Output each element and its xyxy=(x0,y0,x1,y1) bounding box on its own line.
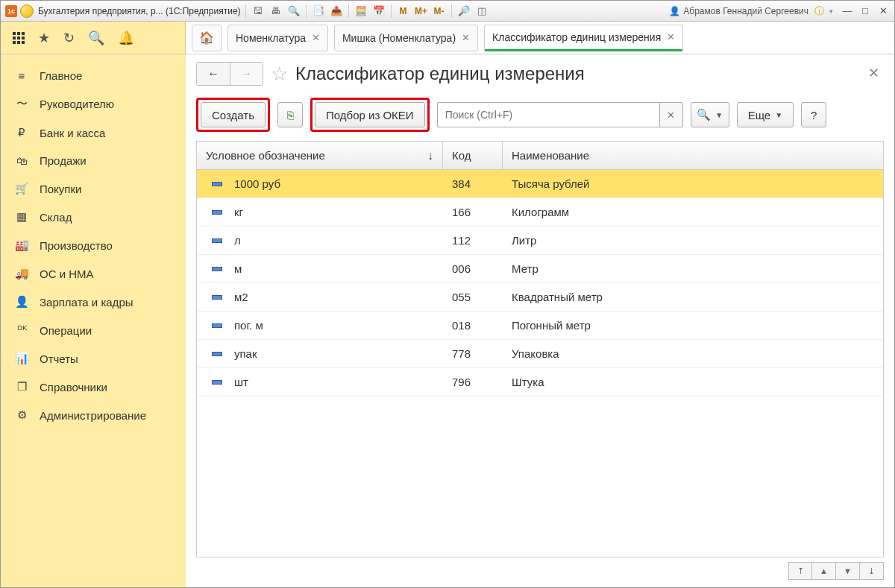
search-wrap: ✕ xyxy=(437,102,683,127)
sidebar-item[interactable]: 📊Отчеты xyxy=(1,344,186,373)
memory-mplus-button[interactable]: M+ xyxy=(414,4,429,19)
nav-group: ← → xyxy=(196,62,263,86)
sidebar-item-label: Руководителю xyxy=(40,98,114,110)
body: ≡Главное〜Руководителю₽Банк и касса🛍Прода… xyxy=(1,54,894,587)
sidebar-item-label: Администрирование xyxy=(40,409,146,422)
search-dropdown-button[interactable]: 🔍 ▼ xyxy=(691,102,729,127)
nav-back-button[interactable]: ← xyxy=(197,63,230,85)
cell-name: Метр xyxy=(512,262,538,275)
zoom-icon[interactable]: 🔎 xyxy=(456,4,471,19)
close-icon[interactable]: ✕ xyxy=(462,32,470,43)
cell-name: Штука xyxy=(512,376,544,388)
scroll-down-button[interactable]: ▼ xyxy=(836,562,860,580)
sidebar-item[interactable]: 🛍Продажи xyxy=(1,147,186,174)
sidebar-item[interactable]: 👤Зарплата и кадры xyxy=(1,288,186,316)
cell-name: Квадратный метр xyxy=(512,291,603,303)
calculator-icon[interactable]: 🧮 xyxy=(354,4,368,19)
col-symbol-header[interactable]: Условное обозначение ↓ xyxy=(197,142,443,169)
nav-forward-button[interactable]: → xyxy=(230,63,263,85)
app-logo-icon: 1c xyxy=(5,5,17,17)
table-row[interactable]: м2055Квадратный метр xyxy=(197,283,883,312)
tab-mishka[interactable]: Мишка (Номенклатура) ✕ xyxy=(334,25,478,51)
favorites-icon[interactable]: ★ xyxy=(38,30,50,46)
sidebar-item[interactable]: ⚙Администрирование xyxy=(1,401,186,429)
table-row[interactable]: л112Литр xyxy=(197,227,883,255)
sidebar-item[interactable]: 🛒Покупки xyxy=(1,174,186,203)
titlebar-menu-button[interactable] xyxy=(20,4,34,18)
table-row[interactable]: шт796Штука xyxy=(197,368,883,396)
sidebar-item-icon: 👤 xyxy=(14,295,29,309)
sidebar-item-icon: 🚚 xyxy=(14,267,29,280)
sidebar-item-icon: ❐ xyxy=(14,380,29,393)
titlebar: 1c Бухгалтерия предприятия, р... (1С:Пре… xyxy=(1,1,894,22)
scroll-top-button[interactable]: ⤒ xyxy=(788,562,812,580)
sidebar-item[interactable]: ▦Склад xyxy=(1,203,186,231)
close-window-button[interactable]: ✕ xyxy=(876,5,890,17)
toolbar: Создать ⎘ Подбор из ОКЕИ ✕ 🔍 ▼ Еще ▼ xyxy=(196,98,884,132)
history-icon[interactable]: ↻ xyxy=(63,30,75,46)
compare-icon[interactable]: 📑 xyxy=(311,4,326,19)
apps-grid-icon[interactable] xyxy=(13,32,25,44)
export-icon[interactable]: 📤 xyxy=(329,4,344,19)
table-row[interactable]: м006Метр xyxy=(197,255,883,283)
table-row[interactable]: упак778Упаковка xyxy=(197,340,883,368)
tabs-area: 🏠 Номенклатура ✕ Мишка (Номенклатура) ✕ … xyxy=(186,22,894,54)
close-page-button[interactable]: ✕ xyxy=(868,65,879,81)
table: Условное обозначение ↓ Код Наименование … xyxy=(196,141,884,557)
row-marker-icon xyxy=(212,238,222,243)
close-icon[interactable]: ✕ xyxy=(667,31,675,42)
sidebar-item[interactable]: 🚚ОС и НМА xyxy=(1,259,186,288)
sidebar-item-label: Справочники xyxy=(40,381,107,393)
create-copy-button[interactable]: ⎘ xyxy=(277,102,303,127)
memory-mminus-button[interactable]: M- xyxy=(432,4,447,19)
col-name-header[interactable]: Наименование xyxy=(503,142,883,169)
search-clear-button[interactable]: ✕ xyxy=(659,102,683,127)
preview-icon[interactable]: 🔍 xyxy=(286,4,301,19)
favorite-star-icon[interactable]: ☆ xyxy=(271,63,288,86)
sidebar-item-icon: 〜 xyxy=(14,97,29,111)
highlight-create: Создать xyxy=(196,98,270,132)
okei-button[interactable]: Подбор из ОКЕИ xyxy=(315,102,425,127)
search-icon[interactable]: 🔍 xyxy=(88,30,104,46)
create-button[interactable]: Создать xyxy=(201,102,266,127)
sidebar-item[interactable]: ≡Главное xyxy=(1,62,186,89)
panels-icon[interactable]: ◫ xyxy=(474,4,489,19)
scroll-bottom-button[interactable]: ⤓ xyxy=(860,562,884,580)
table-row[interactable]: кг166Килограмм xyxy=(197,198,883,227)
sidebar-item-label: Покупки xyxy=(40,183,81,195)
sidebar-item[interactable]: 〜Руководителю xyxy=(1,89,186,118)
home-button[interactable]: 🏠 xyxy=(192,25,222,51)
memory-m-button[interactable]: M xyxy=(396,4,411,19)
info-icon[interactable]: ⓘ xyxy=(811,4,826,19)
table-row[interactable]: пог. м018Погонный метр xyxy=(197,312,883,340)
scroll-up-button[interactable]: ▲ xyxy=(812,562,836,580)
save-icon[interactable]: 🖫 xyxy=(251,4,266,19)
sidebar-item-icon: 🛍 xyxy=(14,154,29,167)
row-marker-icon xyxy=(212,380,222,385)
sidebar-item[interactable]: ❐Справочники xyxy=(1,373,186,401)
calendar-icon[interactable]: 📅 xyxy=(371,4,386,19)
maximize-button[interactable]: □ xyxy=(858,5,872,17)
sidebar-item[interactable]: 🏭Производство xyxy=(1,231,186,259)
content-header: ← → ☆ Классификатор единиц измерения xyxy=(196,62,884,86)
table-row[interactable]: 1000 руб384Тысяча рублей xyxy=(197,170,883,198)
user-area[interactable]: 👤 Абрамов Геннадий Сергеевич ⓘ ▾ xyxy=(669,4,833,19)
sidebar-item-label: ОС и НМА xyxy=(40,268,94,280)
help-button[interactable]: ? xyxy=(801,102,826,127)
sidebar-item-icon: 🛒 xyxy=(14,182,29,195)
tab-classifier[interactable]: Классификатор единиц измерения ✕ xyxy=(484,25,683,51)
more-button[interactable]: Еще ▼ xyxy=(737,102,794,127)
cell-code: 018 xyxy=(452,319,471,332)
tab-nomenklatura[interactable]: Номенклатура ✕ xyxy=(227,25,328,51)
notifications-icon[interactable]: 🔔 xyxy=(118,30,134,46)
sidebar-item[interactable]: ₽Банк и касса xyxy=(1,118,186,147)
print-icon[interactable]: 🖶 xyxy=(268,4,283,19)
magnifier-icon: 🔍 xyxy=(697,108,711,121)
cell-symbol: пог. м xyxy=(234,319,263,332)
col-code-header[interactable]: Код xyxy=(443,142,503,169)
sidebar-item[interactable]: ᴰᴷОперации xyxy=(1,316,186,344)
close-icon[interactable]: ✕ xyxy=(312,32,320,43)
row-marker-icon xyxy=(212,352,222,356)
search-input[interactable] xyxy=(437,102,659,127)
minimize-button[interactable]: — xyxy=(841,5,854,17)
